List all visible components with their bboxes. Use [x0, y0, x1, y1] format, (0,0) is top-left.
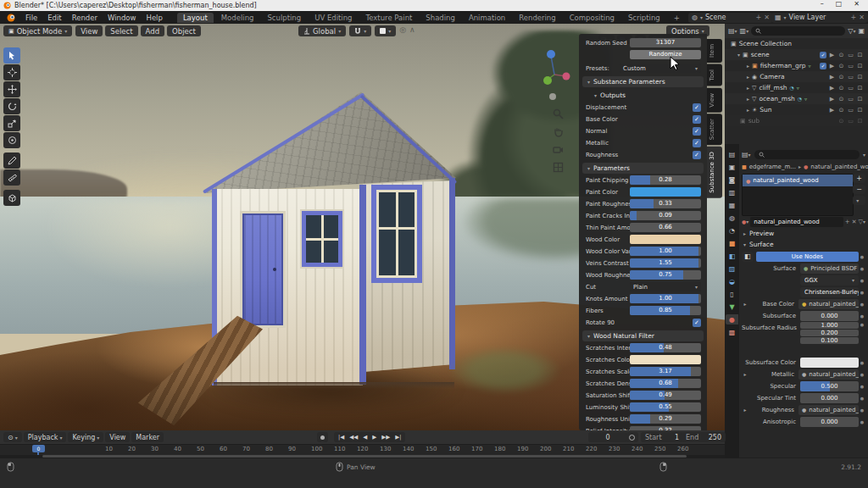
material-slot-list[interactable]: ● natural_painted_wood	[742, 174, 854, 216]
workspace-tab-animation[interactable]: Animation	[463, 13, 511, 23]
sss-method-dropdown[interactable]: Christensen-Burley▾	[800, 287, 859, 297]
proportional-editing[interactable]: ▾	[375, 25, 396, 36]
hide-eye-icon[interactable]: ⊙	[837, 107, 846, 114]
hide-eye-icon[interactable]: ⊙	[837, 63, 846, 69]
param-wood-roughness[interactable]: 0.75	[630, 270, 701, 280]
selectable-icon[interactable]: ▶	[827, 63, 837, 69]
specular-slider[interactable]: 0.500	[800, 381, 859, 391]
properties-editor-icon[interactable]: ▤▾	[742, 151, 751, 158]
current-frame-field[interactable]: 0	[588, 432, 627, 442]
param-thin-paint-amount[interactable]: 0.66	[630, 223, 701, 232]
frame-end-field[interactable]: End250	[682, 432, 726, 442]
hide-eye-icon[interactable]: ⊙	[837, 118, 846, 125]
properties-tab-world[interactable]: ◔	[726, 225, 738, 236]
workspace-tab-uv-editing[interactable]: UV Editing	[309, 13, 358, 23]
outliner-row-sub[interactable]: ▣sub⊙▭⊡	[725, 115, 868, 126]
menu-edit[interactable]: Edit	[42, 13, 66, 23]
viewport-menu-add[interactable]: Add	[141, 25, 164, 36]
workspace-tab-scripting[interactable]: Scripting	[622, 13, 666, 23]
material-browse-icon[interactable]: ●▾	[742, 219, 748, 225]
viewport-menu-view[interactable]: View	[75, 25, 103, 36]
preview-section[interactable]: ▸Preview	[742, 228, 865, 239]
menu-window[interactable]: Window	[103, 13, 142, 23]
param-luminosity-shift[interactable]: 0.55	[630, 402, 701, 412]
viewport-menu-object[interactable]: Object	[167, 25, 201, 36]
sss-radius-z-field[interactable]: 0.100	[800, 337, 859, 344]
outliner-row-cliff-msh[interactable]: ▸▽cliff_msh◔▿▶⊙▭⊡	[725, 82, 868, 93]
house-model[interactable]	[202, 90, 458, 412]
exclude-checkbox[interactable]: ✓	[820, 63, 826, 69]
hide-eye-icon[interactable]: ⊙	[837, 96, 846, 103]
subsurface-field[interactable]: 0.000	[800, 311, 859, 321]
section-parameters[interactable]: ▾Parameters	[582, 163, 704, 174]
prev-keyframe-icon[interactable]: ◀◀	[349, 434, 358, 441]
hide-eye-icon[interactable]: ⊙	[837, 52, 846, 58]
close-icon[interactable]: ✕	[854, 0, 860, 8]
param-paint-chipping-spread[interactable]: 0.28	[630, 175, 701, 185]
selectable-icon[interactable]: ▶	[827, 74, 837, 80]
outliner-row-ocean-msh[interactable]: ▸▽ocean_msh◔▿▶⊙▭⊡	[725, 93, 868, 104]
sidebar-tab-tool[interactable]: Tool	[707, 64, 722, 86]
outliner-row-scene[interactable]: ▾▣scene✓▶⊙▭⊡	[725, 49, 868, 60]
disable-viewport-icon[interactable]: ▭	[846, 74, 855, 80]
jump-end-icon[interactable]: ▶|	[395, 434, 401, 441]
outliner-row-camera[interactable]: ▸◉Camera▶⊙▭⊡	[725, 71, 868, 82]
unlink-scene-icon[interactable]: ✕	[764, 14, 770, 21]
transform-orientation[interactable]: Global▾	[298, 25, 346, 36]
selectable-icon[interactable]: ▶	[827, 107, 837, 114]
workspace-tab-compositing[interactable]: Compositing	[564, 13, 620, 23]
disable-render-icon[interactable]: ⊡	[855, 63, 865, 69]
properties-tab-tool[interactable]: ▣	[726, 162, 738, 172]
param-roughness-uniformity[interactable]: 0.29	[630, 414, 701, 424]
disable-render-icon[interactable]: ⊡	[855, 85, 865, 92]
menu-file[interactable]: File	[20, 13, 42, 23]
timeline-menu-marker[interactable]: Marker	[131, 432, 164, 442]
falloff-icon[interactable]: ◎	[399, 25, 406, 36]
properties-options-icon[interactable]: ▾	[863, 152, 865, 158]
expander-icon[interactable]: ▸	[747, 96, 749, 102]
workspace-tab-texture-paint[interactable]: Texture Paint	[360, 13, 419, 23]
specular-tint-field[interactable]: 0.000	[800, 393, 859, 403]
expander-icon[interactable]: ▾	[737, 52, 740, 58]
camera-view-icon[interactable]	[553, 144, 564, 155]
properties-tab-particles[interactable]: ▨	[726, 263, 738, 274]
param-base-color-checkbox[interactable]: ✓	[693, 115, 701, 124]
properties-tab-modifiers[interactable]: ◧	[726, 251, 738, 261]
playhead[interactable]: 0	[32, 445, 45, 452]
base-color-field[interactable]: ● natural_painted_wood_4	[798, 299, 859, 309]
param-veins-contrast[interactable]: 1.55	[630, 258, 701, 268]
param-rotate-90-checkbox[interactable]: ✓	[693, 319, 701, 327]
editor-type-icon[interactable]: ▤▾	[728, 27, 737, 35]
disable-viewport-icon[interactable]: ▭	[846, 63, 855, 69]
timeline-ruler[interactable]: 0 10203040506070809010011012013014015016…	[0, 444, 725, 455]
disable-render-icon[interactable]: ⊡	[855, 52, 865, 58]
presets-dropdown[interactable]: Custom▾	[620, 64, 701, 73]
param-roughness-checkbox[interactable]: ✓	[693, 151, 701, 159]
disable-render-icon[interactable]: ⊡	[855, 118, 865, 125]
param-fibers[interactable]: 0.85	[630, 306, 701, 315]
transform-tool[interactable]	[3, 132, 20, 148]
outliner-row-fisherman-grp[interactable]: ▸▣fisherman_grp▿✓▶⊙▭⊡	[725, 60, 868, 71]
param-paint-color-swatch[interactable]	[630, 187, 701, 197]
rotate-tool[interactable]	[3, 98, 20, 114]
snapping-control[interactable]: ▾	[349, 25, 371, 36]
disable-render-icon[interactable]: ⊡	[855, 107, 865, 114]
use-nodes-button[interactable]: Use Nodes	[756, 252, 859, 262]
random-seed-field[interactable]: 31307	[630, 38, 701, 47]
roughness-field[interactable]: ● natural_painted_wood_4	[798, 405, 859, 415]
timeline-menu-playback[interactable]: Playback▾	[24, 432, 67, 442]
material-name-field[interactable]: natural_painted_wood	[750, 217, 843, 227]
outliner-search-input[interactable]	[751, 26, 845, 36]
expander-icon[interactable]: ▸	[747, 63, 749, 69]
subsurface-color-swatch[interactable]	[800, 358, 859, 368]
distribution-dropdown[interactable]: GGX▾	[800, 275, 859, 286]
hide-eye-icon[interactable]: ⊙	[837, 74, 846, 80]
properties-tab-texture[interactable]: ▩	[726, 327, 738, 337]
param-paint-cracks-intensity[interactable]: 0.09	[630, 211, 701, 220]
move-tool[interactable]	[3, 81, 20, 97]
selectable-icon[interactable]: ▶	[827, 52, 837, 58]
expander-icon[interactable]: ▸	[747, 107, 749, 113]
select-box-tool[interactable]	[3, 47, 20, 64]
section-substance-parameters[interactable]: ▾Substance Parameters	[582, 76, 704, 87]
zoom-icon[interactable]	[553, 108, 564, 119]
